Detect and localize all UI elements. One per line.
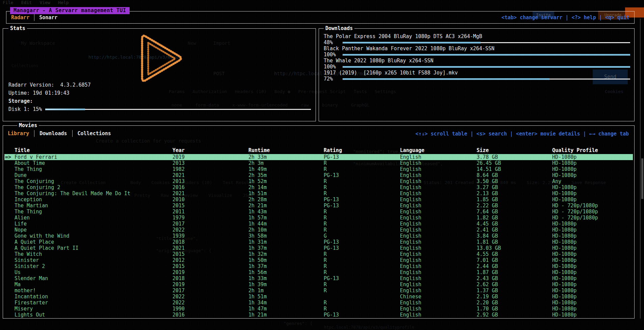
cell-quality-profile: HD-1080p bbox=[552, 281, 576, 288]
cell-year: 2012 bbox=[172, 257, 185, 263]
cell-rating: PG-13 bbox=[324, 154, 339, 160]
disk-usage-gauge bbox=[45, 109, 311, 110]
movie-row[interactable]: The Thing20111h 43mREnglish7.64 GBHD - 7… bbox=[4, 209, 633, 215]
cell-title: Ford v Ferrari bbox=[15, 154, 57, 160]
downloads-panel-title: Downloads bbox=[324, 25, 354, 31]
download-item[interactable]: 1917 (2019) [2160p x265 10bit FS88 Joy].… bbox=[324, 70, 630, 82]
disk-percent: 15% bbox=[33, 106, 42, 112]
movies-table-header: TitleYearRuntimeRatingLanguageSizeQualit… bbox=[4, 147, 633, 154]
cell-runtime: 1h 47m bbox=[248, 306, 267, 312]
cell-title: The Witch bbox=[15, 251, 42, 257]
movie-row[interactable]: The Witch20151h 32mREnglish4.55 GBHD-108… bbox=[4, 251, 633, 257]
movie-row[interactable]: The Martian20152h 21mPG-13English2.22 GB… bbox=[4, 203, 633, 209]
movies-tab-library[interactable]: Library bbox=[8, 130, 29, 137]
cell-language: English bbox=[400, 306, 421, 312]
column-header-rating: Rating bbox=[324, 147, 342, 153]
cell-title: Inception bbox=[15, 197, 42, 203]
cell-size: 2.41 GB bbox=[477, 227, 498, 233]
cell-year: 2022 bbox=[172, 294, 185, 300]
movies-tab-collections[interactable]: Collections bbox=[78, 130, 111, 137]
download-item[interactable]: The Polar Express 2004 BluRay 1080p DTS … bbox=[324, 34, 630, 45]
column-header-size: Size bbox=[477, 147, 489, 153]
movie-row[interactable]: Incantation20221h 51mChinese2.19 GBHD-10… bbox=[4, 294, 633, 300]
movie-row[interactable]: A Quiet Place20181h 31mPG-13English1.81 … bbox=[4, 239, 633, 245]
cell-year: 2013 bbox=[172, 160, 185, 166]
movie-row[interactable]: Slender Man20181h 33mPG-13English2.43 GB… bbox=[4, 275, 633, 281]
download-item[interactable]: The Whale 2022 1080p BluRay x264-SSN100% bbox=[324, 58, 630, 69]
cell-size: 3.78 GB bbox=[477, 154, 498, 160]
cell-language: English bbox=[400, 233, 421, 239]
cell-title: Incantation bbox=[15, 294, 48, 300]
cell-rating: PG-13 bbox=[324, 197, 339, 203]
movie-row[interactable]: Ma20191h 39mREnglish2.62 GBHD-1080p bbox=[4, 281, 633, 288]
cell-quality-profile: HD-1080p bbox=[552, 160, 576, 166]
movies-tab-downloads[interactable]: Downloads bbox=[39, 130, 67, 137]
cell-quality-profile: HD-1080p bbox=[552, 312, 576, 318]
movie-row[interactable]: The Thing19821h 49mREnglish14.51 GBHD-10… bbox=[4, 166, 633, 172]
cell-quality-profile: HD-1080p bbox=[552, 190, 576, 197]
cell-size: 3.84 GB bbox=[477, 233, 498, 239]
column-header-quality-profile: Quality Profile bbox=[552, 147, 598, 153]
cell-year: 2015 bbox=[172, 251, 185, 257]
movie-row[interactable]: A Quiet Place Part II20211h 37mPG-13Engl… bbox=[4, 245, 633, 251]
movie-row[interactable]: The Conjuring20131h 52mREnglish3.50 GBAn… bbox=[4, 178, 633, 184]
cell-runtime: 1h 57m bbox=[248, 215, 267, 221]
cell-runtime: 2h 1m bbox=[248, 288, 264, 294]
movie-row[interactable]: =>Ford v Ferrari20192h 33mPG-13English3.… bbox=[4, 154, 633, 160]
cell-title: A Quiet Place bbox=[15, 239, 54, 245]
movie-row[interactable]: Lights Out20161h 21mPG-13English2.92 GBH… bbox=[4, 312, 633, 318]
cell-runtime: 1h 31m bbox=[248, 239, 267, 245]
movie-row[interactable]: The Conjuring 220162h 14mREnglish3.27 GB… bbox=[4, 184, 633, 190]
cell-quality-profile: HD-1080p bbox=[552, 257, 576, 263]
cell-language: English bbox=[400, 275, 421, 281]
gauge-track bbox=[45, 109, 311, 110]
movie-row[interactable]: Misery19901h 47mREnglish1.70 GBHD-1080p bbox=[4, 306, 633, 312]
cell-quality-profile: HD-1080p bbox=[552, 239, 576, 245]
cell-language: English bbox=[400, 257, 421, 263]
cell-quality-profile: HD-1080p bbox=[552, 269, 576, 275]
cell-language: English bbox=[400, 215, 421, 221]
cell-year: 2021 bbox=[172, 245, 185, 251]
movie-row[interactable]: About Time20132h 3mREnglish26.45 GBHD-10… bbox=[4, 160, 633, 166]
movie-row[interactable]: Sinister 220151h 37mREnglish2.44 GBHD-10… bbox=[4, 263, 633, 269]
movie-row[interactable]: Gone with the Wind19393h 58mGEnglish3.84… bbox=[4, 233, 633, 239]
cell-runtime: 2h 33m bbox=[248, 154, 267, 160]
movie-row[interactable]: Firestarter20221h 34mREnglish2.20 GBHD-1… bbox=[4, 300, 633, 306]
movie-row[interactable]: Inception20102h 28mPG-13English1.85 GBHD… bbox=[4, 197, 633, 203]
bleed-text: "genres": [ bbox=[284, 321, 313, 326]
cell-quality-profile: HD-1080p bbox=[552, 154, 576, 160]
cell-year: 1979 bbox=[172, 215, 185, 221]
movie-row[interactable]: The Conjuring: The Devil Made Me Do It20… bbox=[4, 190, 633, 197]
cell-runtime: 1h 32m bbox=[248, 251, 267, 257]
cell-rating: R bbox=[324, 166, 327, 172]
tab-radarr[interactable]: Radarr bbox=[11, 14, 29, 21]
cell-rating: R bbox=[324, 281, 327, 288]
cell-size: 2.13 GB bbox=[477, 190, 498, 197]
column-header-language: Language bbox=[400, 147, 424, 153]
cell-year: 2011 bbox=[172, 209, 185, 215]
download-item[interactable]: Black Panther Wakanda Forever 2022 1080p… bbox=[324, 46, 630, 57]
movie-row[interactable]: Us20191h 56mREnglish1.87 GBHD-1080p bbox=[4, 269, 633, 275]
downloads-panel: Downloads The Polar Express 2004 BluRay … bbox=[319, 28, 635, 121]
stats-panel-title: Stats bbox=[8, 25, 27, 31]
cell-quality-profile: HD-1080p bbox=[552, 166, 576, 172]
servarr-tabs: RadarrSonarr bbox=[11, 14, 57, 21]
movies-tabs: LibraryDownloadsCollections bbox=[8, 129, 111, 138]
movie-row[interactable]: Life20171h 44mREnglish4.45 GBHD-1080p bbox=[4, 221, 633, 227]
bleed-shape bbox=[640, 19, 641, 319]
cell-language: English bbox=[400, 312, 421, 318]
movie-row[interactable]: Nope20222h 10mREnglish2.41 GBHD-1080p bbox=[4, 227, 633, 233]
uptime-line: Uptime: 19d 01:19:43 bbox=[8, 90, 70, 96]
cell-size: 14.51 GB bbox=[477, 166, 501, 172]
cell-year: 2017 bbox=[172, 221, 185, 227]
movie-row[interactable]: Dune20212h 35mPG-13English8.64 GBHD-1080… bbox=[4, 172, 633, 178]
radarr-version-line: Radarr Version: 4.3.2.6857 bbox=[8, 82, 91, 88]
movie-row[interactable]: mother!20172h 1mREnglish1.37 GBHD-1080p bbox=[4, 288, 633, 294]
movie-row[interactable]: Alien19791h 57mREnglish1.82 GBHD - 720p/… bbox=[4, 215, 633, 221]
tab-sonarr[interactable]: Sonarr bbox=[39, 14, 57, 21]
movie-row[interactable]: Sinister20121h 50mREnglish7.01 GBHD-1080… bbox=[4, 257, 633, 263]
cell-size: 1.70 GB bbox=[477, 306, 498, 312]
cell-runtime: 1h 43m bbox=[248, 209, 267, 215]
cell-quality-profile: HD-1080p bbox=[552, 245, 576, 251]
cell-title: The Thing bbox=[15, 209, 42, 215]
